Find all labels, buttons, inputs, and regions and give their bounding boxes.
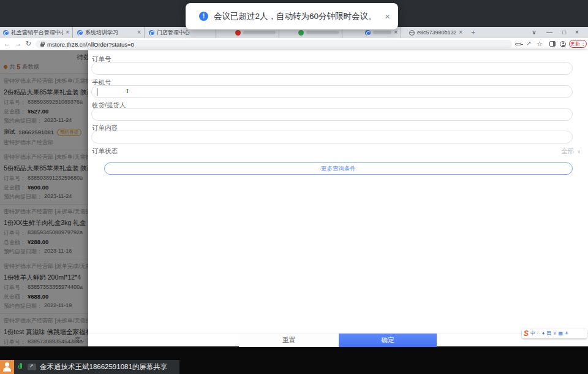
chrome-update-button[interactable]: 更新 ⋮ xyxy=(569,40,587,48)
obscured-tab-label xyxy=(306,31,339,34)
microphone-icon[interactable] xyxy=(18,363,23,371)
tab-gift-platform[interactable]: 礼盒营销平台管理中心 × xyxy=(0,27,73,38)
search-filter-drawer: 订单号 手机号 I 收货/提货人 订单内容 订单状态 全部 ∨ 更多查询条件 重… xyxy=(88,50,588,346)
screen-share-statusbar[interactable]: 金禾通技术王斌18662591081的屏幕共享 xyxy=(0,360,179,374)
site-favicon-icon xyxy=(235,30,241,36)
tab-label: 系统培训学习 xyxy=(85,29,135,37)
more-filters-button[interactable]: 更多查询条件 xyxy=(104,162,573,175)
globe-favicon-icon xyxy=(409,30,415,36)
order-no-input[interactable] xyxy=(91,62,573,75)
update-label: 更新 xyxy=(570,40,580,47)
presenter-person-icon xyxy=(0,360,14,374)
tab-close-icon[interactable]: × xyxy=(137,29,141,36)
reset-button[interactable]: 重置 xyxy=(239,334,339,347)
tab-training[interactable]: 系统培训学习 × xyxy=(74,27,145,38)
settings-icon[interactable]: ✳ xyxy=(565,329,569,338)
keyboard-icon[interactable]: ▦ xyxy=(559,329,564,338)
consignee-input[interactable] xyxy=(91,108,573,121)
sogou-logo-icon[interactable]: S xyxy=(524,329,529,338)
tab-close-icon[interactable]: × xyxy=(459,29,462,36)
ibeam-cursor-icon: I xyxy=(126,88,129,94)
kebab-menu-icon: ⋮ xyxy=(581,41,586,47)
tab-label: 礼盒营销平台管理中心 xyxy=(11,29,63,37)
toast-message: 会议已超过2人，自动转为60分钟限时会议。 xyxy=(214,11,377,22)
reload-icon[interactable]: ↻ xyxy=(26,40,31,48)
chevron-down-icon: ∨ xyxy=(577,149,581,155)
tab-close-icon[interactable]: × xyxy=(394,29,398,36)
tab-close-icon[interactable]: × xyxy=(66,29,69,36)
status-selected-value: 全部 xyxy=(561,147,574,156)
text-caret xyxy=(97,88,97,96)
tab-hash-page[interactable]: e8c573980b1328a258fd2e6 × xyxy=(406,27,466,38)
ime-toolbar[interactable]: S 中 ∴ ♦ 田 Y ▦ ✳ xyxy=(522,329,587,338)
skin-icon[interactable]: Y xyxy=(553,329,556,338)
drawer-action-bar: 重置 确定 xyxy=(88,333,588,346)
obscured-tab-label xyxy=(373,31,391,34)
drawer-overlay-mask[interactable] xyxy=(0,50,88,346)
order-content-input[interactable] xyxy=(91,131,573,143)
url-bar[interactable]: mstore.th28.cn/AllOrder?status=0 xyxy=(36,40,512,48)
site-favicon-icon xyxy=(3,30,9,36)
site-favicon-icon xyxy=(298,30,304,36)
back-icon[interactable]: ← xyxy=(4,40,10,47)
share-icon[interactable]: ↗ xyxy=(526,40,531,47)
screen-share-icon[interactable] xyxy=(28,364,36,370)
chinese-mode-icon[interactable]: 中 xyxy=(530,329,535,338)
url-text: mstore.th28.cn/AllOrder?status=0 xyxy=(47,41,134,48)
window-maximize-icon[interactable]: □ xyxy=(559,29,569,36)
forward-icon[interactable]: → xyxy=(15,40,21,47)
phone-input[interactable]: I xyxy=(91,85,573,98)
order-status-field-label: 订单状态 xyxy=(92,147,118,156)
site-favicon-icon xyxy=(149,30,154,36)
bookmark-star-icon[interactable]: ☆ xyxy=(537,40,543,48)
profile-avatar-icon[interactable] xyxy=(560,41,566,47)
voice-icon[interactable]: ♦ xyxy=(542,329,545,338)
tab-label: 门店管理中心 xyxy=(157,29,213,37)
side-panel-icon[interactable] xyxy=(549,41,556,47)
info-icon: ! xyxy=(199,12,208,21)
new-tab-button[interactable]: + xyxy=(471,28,475,37)
toast-close-icon[interactable]: × xyxy=(385,11,390,21)
order-status-select[interactable]: 全部 ∨ xyxy=(561,147,581,156)
password-key-icon[interactable] xyxy=(515,43,521,45)
window-close-icon[interactable]: × xyxy=(572,29,582,36)
window-minimize-icon[interactable]: — xyxy=(545,29,554,36)
site-favicon-icon xyxy=(77,30,83,36)
symbol-icon[interactable]: ∴ xyxy=(537,329,540,338)
site-favicon-icon xyxy=(365,30,371,36)
page-content: 待处理 共 5 条数据 密特罗德水产经营部 [未拆单/无需拆单] 2份精品大果8… xyxy=(0,50,588,346)
confirm-button[interactable]: 确定 xyxy=(339,334,437,347)
window-menu-icon[interactable]: ∨ xyxy=(529,29,539,36)
tab-label: e8c573980b1328a258fd2e6 xyxy=(417,29,456,36)
browser-toolbar: ← → ↻ mstore.th28.cn/AllOrder?status=0 ↗… xyxy=(0,38,588,50)
lock-icon xyxy=(40,44,44,47)
share-status-text: 金禾通技术王斌18662591081的屏幕共享 xyxy=(40,362,167,372)
obscured-tab-label xyxy=(243,31,276,34)
wubi-icon[interactable]: 田 xyxy=(546,329,551,338)
meeting-toast-notification: ! 会议已超过2人，自动转为60分钟限时会议。 × xyxy=(186,3,398,29)
